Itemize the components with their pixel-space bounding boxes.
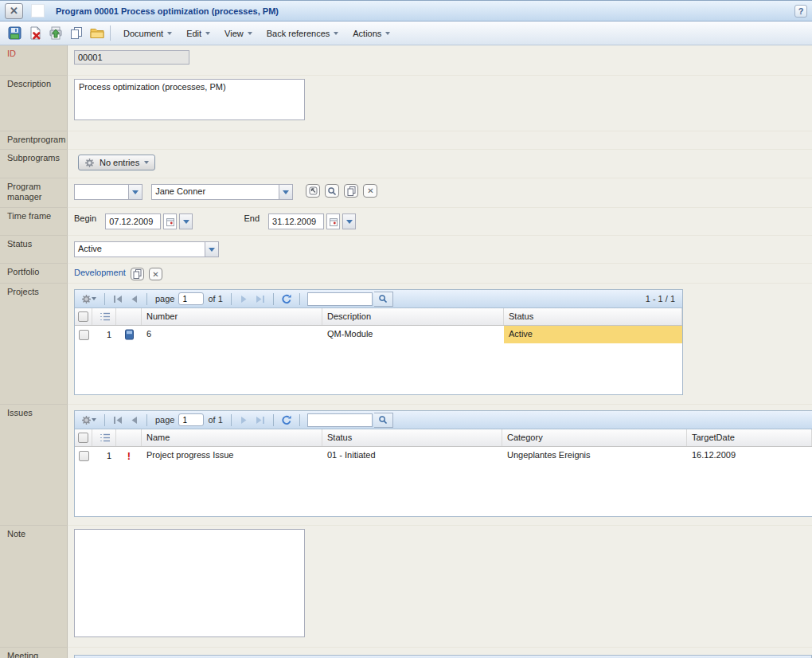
chevron-down-icon [92, 297, 96, 303]
first-page-button[interactable] [111, 413, 125, 427]
table-row[interactable]: 1 ! Project progress Issue 01 - Initiate… [75, 447, 812, 464]
grid-settings-button[interactable] [78, 413, 99, 427]
table-row[interactable]: 1 6 QM-Module Active [75, 326, 682, 343]
goto-icon [309, 186, 318, 195]
row-number: 1 [92, 447, 116, 464]
menu-document[interactable]: Document [116, 25, 179, 41]
end-date-dropdown-button[interactable] [342, 213, 356, 229]
prev-page-button[interactable] [127, 413, 141, 427]
next-page-icon [240, 416, 248, 425]
first-page-icon [113, 295, 123, 304]
page-input[interactable] [178, 413, 204, 426]
projects-grid-toolbar: page of 1 1 - 1 / 1 [75, 290, 682, 308]
next-page-button[interactable] [237, 413, 252, 427]
column-header-category[interactable]: Category [502, 429, 687, 446]
next-page-button[interactable] [237, 292, 252, 306]
select-all-checkbox[interactable] [78, 311, 88, 322]
manager-role-select[interactable] [74, 184, 142, 200]
manager-person-select[interactable]: Jane Conner [151, 184, 293, 200]
goto-record-button[interactable] [306, 184, 320, 198]
row-number-column-header[interactable] [92, 308, 116, 325]
clipboard-icon [347, 186, 356, 196]
row-checkbox[interactable] [79, 330, 89, 340]
begin-date-field[interactable] [105, 213, 161, 229]
numbered-list-icon [100, 311, 111, 322]
refresh-button[interactable] [279, 292, 294, 306]
grid-search-input[interactable] [307, 292, 373, 306]
field-label-status: Status [0, 236, 68, 264]
begin-calendar-button[interactable] [163, 213, 177, 229]
projects-grid-header: Number Description Status [75, 308, 682, 326]
select-all-checkbox[interactable] [78, 433, 88, 443]
folder-button[interactable] [87, 24, 107, 42]
row-checkbox[interactable] [79, 451, 89, 461]
calendar-icon [330, 217, 338, 226]
save-icon [8, 26, 21, 40]
copy-icon [70, 26, 83, 40]
refresh-button[interactable] [279, 413, 294, 427]
first-page-button[interactable] [111, 292, 125, 306]
grid-search-button[interactable] [374, 292, 393, 307]
column-header-targetdate[interactable]: TargetDate [687, 429, 812, 446]
delete-document-icon [29, 26, 42, 40]
of-label: of 1 [205, 294, 224, 304]
grid-search-button[interactable] [374, 413, 393, 428]
portfolio-link[interactable]: Development [74, 268, 126, 277]
status-select[interactable]: Active [74, 241, 219, 257]
end-calendar-button[interactable] [326, 213, 340, 229]
subprograms-button[interactable]: No entries [78, 155, 155, 170]
paste-portfolio-button[interactable] [131, 268, 144, 280]
column-header-status[interactable]: Status [504, 308, 682, 325]
delete-button[interactable] [25, 24, 45, 42]
calendar-icon [166, 217, 174, 226]
grid-settings-button[interactable] [78, 292, 99, 306]
cell-status: 01 - Initiated [322, 447, 502, 464]
begin-date-dropdown-button[interactable] [179, 213, 193, 229]
prev-page-button[interactable] [127, 292, 141, 306]
column-header-status[interactable]: Status [322, 429, 502, 446]
chevron-down-icon [167, 32, 172, 37]
print-button[interactable] [45, 24, 66, 42]
column-header-description[interactable]: Description [322, 308, 504, 325]
last-page-button[interactable] [253, 292, 267, 306]
clear-manager-button[interactable]: ✕ [363, 184, 377, 198]
gear-icon [81, 294, 92, 304]
menu-edit[interactable]: Edit [179, 25, 217, 41]
copy-button[interactable] [66, 24, 87, 42]
save-button[interactable] [4, 24, 25, 42]
menu-back-references[interactable]: Back references [260, 25, 345, 41]
dropdown-button[interactable] [205, 242, 218, 257]
search-manager-button[interactable] [325, 184, 339, 198]
printer-icon [49, 26, 63, 40]
end-date-field[interactable] [268, 213, 324, 229]
menu-actions[interactable]: Actions [345, 25, 397, 41]
refresh-icon [281, 415, 292, 425]
field-label-id: ID [0, 45, 68, 76]
grid-search-input[interactable] [307, 413, 373, 427]
clear-portfolio-button[interactable]: ✕ [149, 268, 162, 280]
last-page-button[interactable] [253, 413, 267, 427]
column-header-name[interactable]: Name [142, 429, 322, 446]
field-label-time-frame: Time frame [0, 208, 68, 236]
id-field[interactable] [74, 50, 189, 65]
field-label-projects: Projects [0, 284, 68, 405]
page-input[interactable] [178, 292, 204, 305]
paste-manager-button[interactable] [344, 184, 358, 198]
column-header-number[interactable]: Number [142, 308, 322, 325]
folder-icon [90, 27, 104, 39]
description-field[interactable]: Process optimization (processes, PM) [74, 79, 305, 120]
dropdown-button[interactable] [279, 185, 292, 199]
close-icon[interactable]: ✕ [5, 3, 23, 19]
help-button[interactable]: ? [794, 5, 807, 18]
note-field[interactable] [74, 529, 305, 637]
row-number: 1 [92, 326, 116, 343]
row-number-column-header[interactable] [92, 429, 116, 446]
issues-grid-header: Name Status Category TargetDate [75, 429, 812, 447]
field-label-program-manager: Program manager [0, 178, 68, 208]
field-label-description: Description [0, 76, 68, 131]
first-page-icon [113, 416, 123, 425]
numbered-list-icon [100, 433, 111, 443]
dropdown-button[interactable] [128, 185, 142, 199]
menu-view[interactable]: View [217, 25, 260, 41]
field-label-issues: Issues [0, 405, 68, 526]
